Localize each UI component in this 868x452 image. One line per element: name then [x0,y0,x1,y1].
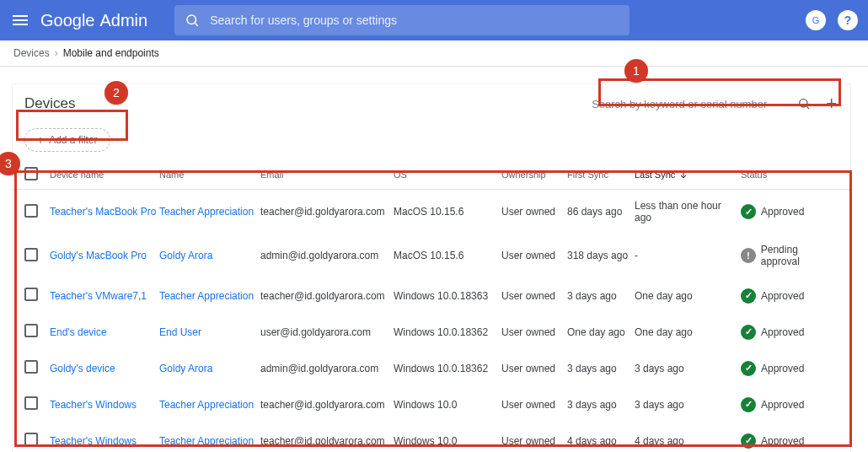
table-row: Teacher's WindowsTeacher Appreciationtea… [13,386,850,422]
first-sync-cell: 86 days ago [567,206,635,218]
check-circle-icon: ✓ [741,325,756,340]
device-name-link[interactable]: Teacher's Windows [50,435,137,447]
os-cell: Windows 10.0 [394,399,501,411]
logo-secondary: Admin [100,11,148,30]
col-first-sync[interactable]: First Sync [567,170,635,180]
global-search-input[interactable] [210,13,619,27]
user-name-link[interactable]: Goldy Arora [159,250,212,261]
add-filter-label: Add a filter [49,134,97,146]
email-cell: teacher@id.goldyarora.com [260,399,394,411]
col-os[interactable]: OS [394,170,501,180]
last-sync-cell: One day ago [635,326,741,338]
col-email[interactable]: Email [260,170,394,180]
status-text: Approved [761,206,804,218]
menu-button[interactable] [10,10,30,30]
device-name-link[interactable]: Goldy's device [50,363,115,374]
check-circle-icon: ✓ [741,204,756,219]
ownership-cell: User owned [501,363,567,374]
device-name-link[interactable]: Teacher's MacBook Pro [50,206,156,218]
row-checkbox[interactable] [24,360,38,374]
svg-point-0 [187,15,196,24]
svg-line-1 [196,23,198,25]
first-sync-cell: One day ago [567,326,635,338]
help-button[interactable]: ? [838,10,858,30]
col-last-sync-label: Last Sync [635,170,675,180]
email-cell: teacher@id.goldyarora.com [260,435,394,447]
os-cell: Windows 10.0 [394,435,501,447]
status-cell: ✓Approved [741,325,839,340]
select-all-checkbox[interactable] [24,167,38,180]
row-checkbox[interactable] [24,288,38,301]
first-sync-cell: 3 days ago [567,363,635,374]
email-cell: teacher@id.goldyarora.com [260,206,394,218]
plus-icon: + [37,134,44,146]
device-name-link[interactable]: Goldy's MacBook Pro [50,250,147,261]
page-title: Devices [24,95,75,112]
status-cell: ✓Approved [741,433,839,449]
pending-circle-icon: ! [741,248,756,263]
chevron-right-icon: › [55,47,58,59]
ownership-cell: User owned [501,326,567,338]
user-name-link[interactable]: Teacher Appreciation [159,399,254,411]
last-sync-cell: 3 days ago [635,399,741,411]
status-text: Approved [761,363,804,374]
status-text: Approved [761,326,804,338]
user-name-link[interactable]: Teacher Appreciation [159,435,254,447]
table-row: End's deviceEnd Useruser@id.goldyarora.c… [13,314,850,350]
add-column-button[interactable]: + [824,93,839,115]
col-device-name[interactable]: Device name [50,170,159,180]
last-sync-cell: 3 days ago [635,363,741,374]
ownership-cell: User owned [501,399,567,411]
user-name-link[interactable]: Goldy Arora [159,363,212,374]
device-name-link[interactable]: Teacher's VMware7,1 [50,290,147,302]
email-cell: teacher@id.goldyarora.com [260,290,394,302]
header-actions: G ? [806,10,858,30]
row-checkbox[interactable] [24,324,38,337]
table-row: Goldy's deviceGoldy Aroraadmin@id.goldya… [13,350,850,386]
row-checkbox[interactable] [24,396,38,410]
col-status[interactable]: Status [741,170,839,180]
row-checkbox[interactable] [24,204,38,218]
arrow-down-icon [678,170,689,180]
avatar[interactable]: G [806,10,826,30]
annotation-badge-1: 1 [624,59,648,83]
check-circle-icon: ✓ [741,433,756,449]
check-circle-icon: ✓ [741,361,756,376]
user-name-link[interactable]: Teacher Appreciation [159,206,254,218]
col-name[interactable]: Name [159,170,260,180]
table-row: Teacher's WindowsTeacher Appreciationtea… [13,422,850,452]
breadcrumb-parent[interactable]: Devices [13,47,50,59]
table-row: Teacher's VMware7,1Teacher Appreciationt… [13,277,850,314]
status-cell: ✓Approved [741,204,839,219]
col-ownership[interactable]: Ownership [501,170,567,180]
keyword-search-input[interactable] [592,98,797,110]
user-name-link[interactable]: End User [159,326,201,338]
logo[interactable]: Google Admin [40,11,147,30]
svg-line-3 [806,106,809,109]
user-name-link[interactable]: Teacher Appreciation [159,290,254,302]
app-header: Google Admin G ? [0,0,868,40]
row-checkbox[interactable] [24,433,38,446]
add-filter-button[interactable]: + Add a filter [24,128,110,152]
first-sync-cell: 3 days ago [567,399,635,411]
device-name-link[interactable]: End's device [50,326,107,338]
first-sync-cell: 3 days ago [567,290,635,302]
table-header: Device name Name Email OS Ownership Firs… [13,160,850,190]
os-cell: MacOS 10.15.6 [394,206,501,218]
last-sync-cell: 4 days ago [635,435,741,447]
email-cell: admin@id.goldyarora.com [260,250,394,261]
keyword-search[interactable] [587,94,816,114]
logo-primary: Google [40,11,95,30]
row-checkbox[interactable] [24,248,38,261]
status-cell: ✓Approved [741,361,839,376]
os-cell: Windows 10.0.18363 [394,290,501,302]
check-circle-icon: ✓ [741,288,756,304]
content: 1 2 3 Devices + + Add a filter Device na… [0,67,868,452]
global-search[interactable] [174,5,630,35]
menu-icon [13,19,28,21]
col-last-sync[interactable]: Last Sync [635,170,741,180]
email-cell: user@id.goldyarora.com [260,326,394,338]
email-cell: admin@id.goldyarora.com [260,363,394,374]
ownership-cell: User owned [501,290,567,302]
device-name-link[interactable]: Teacher's Windows [50,399,137,411]
